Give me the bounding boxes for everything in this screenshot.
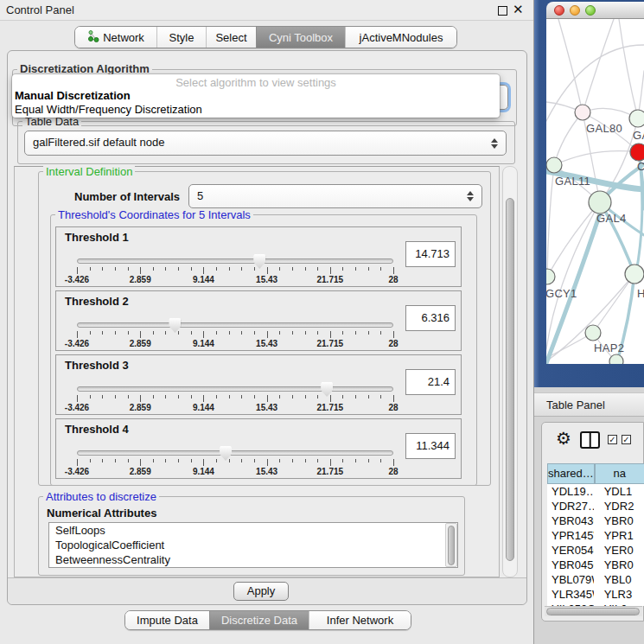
network-node-gal80[interactable] [575, 105, 590, 120]
network-canvas[interactable]: GAL80GACGAL11GAL4GCY1HHAP2 [546, 19, 644, 364]
network-edge[interactable] [546, 45, 644, 121]
attributes-scrollbar-thumb[interactable] [448, 526, 455, 565]
network-node-red-node[interactable] [630, 143, 644, 161]
tab-impute-data[interactable]: Impute Data [125, 611, 209, 629]
horizontal-scrollbar-track[interactable] [545, 606, 642, 616]
network-edge[interactable] [554, 112, 583, 165]
tab-discretize-data[interactable]: Discretize Data [209, 611, 309, 629]
table-row[interactable]: YDR27…YDR2 [547, 499, 644, 513]
tick-label: 28 [367, 275, 419, 284]
dropdown-hint: Select algorithm to view settings [12, 76, 500, 89]
tick-mark [241, 267, 242, 271]
network-edge[interactable] [593, 274, 634, 333]
threshold-2-slider-track[interactable] [77, 322, 393, 328]
threshold-1-slider-thumb[interactable] [253, 254, 265, 269]
table-cell[interactable]: YLR345W [547, 587, 594, 602]
threshold-3-slider-thumb[interactable] [321, 382, 333, 397]
table-cell[interactable]: YER054C [547, 543, 594, 558]
tab-label: Impute Data [137, 614, 198, 627]
table-row[interactable]: YER054CYER0 [547, 543, 644, 558]
column-header-shared[interactable]: shared… [547, 463, 595, 484]
threshold-4-slider-track[interactable] [77, 450, 393, 456]
horizontal-scrollbar-thumb[interactable] [546, 608, 640, 615]
table-cell[interactable]: YDR2 [594, 499, 644, 513]
threshold-1-value-field[interactable]: 14.713 [405, 241, 456, 267]
apply-button[interactable]: Apply [233, 582, 289, 601]
numerical-attribute-item[interactable]: BetweennessCentrality [49, 552, 457, 567]
tab-style[interactable]: Style [156, 27, 206, 48]
table-cell[interactable]: YDL19… [547, 484, 594, 499]
number-of-intervals-combobox[interactable]: 5 [188, 184, 482, 208]
network-edge[interactable] [619, 19, 638, 118]
table-cell[interactable]: YPR1 [594, 528, 644, 543]
zoom-traffic-light-icon[interactable] [585, 5, 596, 16]
dropdown-option-manual-discretization[interactable]: Manual Discretization [15, 89, 131, 102]
network-edge[interactable] [558, 19, 583, 112]
table-cell[interactable]: YBL0 [594, 572, 644, 587]
table-cell[interactable]: YPR145W [547, 528, 594, 543]
dropdown-option-equal-width-frequency[interactable]: Equal Width/Frequency Discretization [15, 103, 202, 116]
tab-network[interactable]: Network [75, 27, 156, 48]
network-node-h-node[interactable] [625, 265, 644, 284]
table-cell[interactable]: YBR043C [547, 513, 594, 528]
table-cell[interactable]: YLR3 [594, 587, 644, 602]
split-view-icon[interactable] [580, 431, 600, 449]
threshold-label: Threshold 2 [65, 295, 129, 308]
attributes-scrollbar-track[interactable] [445, 523, 457, 567]
threshold-4-slider-thumb[interactable] [220, 446, 232, 461]
checkbox-icon[interactable]: ✓ [608, 435, 617, 444]
table-cell[interactable]: YBR0 [594, 558, 644, 572]
bottom-tab-strip: Impute DataDiscretize DataInfer Network [124, 610, 411, 630]
network-edge[interactable] [547, 165, 554, 277]
tick-mark [317, 267, 318, 271]
threshold-2-value-field[interactable]: 6.316 [405, 305, 456, 331]
main-scrollbar-track[interactable] [502, 166, 518, 577]
checkbox-icon[interactable]: ✓ [622, 435, 631, 444]
tab-cyni-toolbox[interactable]: Cyni Toolbox [256, 27, 345, 48]
threshold-4-value-field[interactable]: 11.344 [405, 433, 456, 459]
tab-jactivemnodules[interactable]: jActiveMNodules [345, 27, 456, 48]
close-traffic-light-icon[interactable] [554, 5, 564, 16]
table-row[interactable]: YPR145WYPR1 [547, 528, 644, 543]
threshold-1-slider-track[interactable] [77, 258, 393, 264]
threshold-3-value-field[interactable]: 21.4 [405, 369, 456, 395]
threshold-3-slider-track[interactable] [77, 386, 393, 392]
table-data-combobox[interactable]: galFiltered.sif default node [24, 131, 507, 156]
table-cell[interactable]: YBL079W [547, 572, 594, 587]
tick-label: 9.144 [177, 339, 229, 348]
tab-select[interactable]: Select [206, 27, 256, 48]
network-node-partial-bottom[interactable] [609, 354, 623, 364]
table-row[interactable]: YBL079WYBL0 [547, 572, 644, 587]
table-cell[interactable]: YER0 [594, 543, 644, 558]
table-cell[interactable]: YBR045C [547, 558, 594, 572]
control-panel-titlebar: Control Panel ✕ [0, 0, 533, 21]
tick-label: 28 [367, 467, 419, 476]
numerical-attribute-item[interactable]: TopologicalCoefficient [49, 538, 457, 552]
tick-mark [165, 267, 166, 271]
table-cell[interactable]: YBR0 [594, 513, 644, 528]
table-cell[interactable]: YDR27… [547, 499, 594, 513]
minimize-traffic-light-icon[interactable] [570, 5, 580, 16]
network-node-gal11[interactable] [546, 157, 562, 173]
network-edge[interactable] [554, 151, 639, 165]
network-node-gcy1[interactable] [546, 269, 555, 284]
float-window-icon[interactable] [498, 6, 507, 16]
tick-label: 9.144 [177, 467, 229, 476]
table-row[interactable]: YBR043CYBR0 [547, 513, 644, 528]
table-cell[interactable]: YDL1 [594, 484, 644, 499]
table-row[interactable]: YDL19…YDL1 [547, 484, 644, 499]
main-scrollbar-thumb[interactable] [506, 198, 514, 561]
column-header-na[interactable]: na [595, 463, 644, 484]
network-node-gal4[interactable] [589, 191, 611, 214]
numerical-attributes-list[interactable]: SelfLoopsTopologicalCoefficientBetweenne… [48, 522, 458, 568]
threshold-2-slider-thumb[interactable] [169, 318, 181, 333]
tick-label: 15.43 [241, 275, 293, 284]
network-node-hap2[interactable] [585, 325, 601, 341]
table-row[interactable]: YBR045CYBR0 [547, 558, 644, 572]
numerical-attribute-item[interactable]: SelfLoops [49, 523, 457, 538]
network-node-unnamed-top-right[interactable] [629, 110, 644, 127]
gear-icon[interactable]: ⚙ [556, 430, 571, 447]
tab-infer-network[interactable]: Infer Network [309, 611, 411, 629]
table-row[interactable]: YLR345WYLR3 [547, 587, 644, 602]
close-icon[interactable]: ✕ [513, 2, 524, 17]
